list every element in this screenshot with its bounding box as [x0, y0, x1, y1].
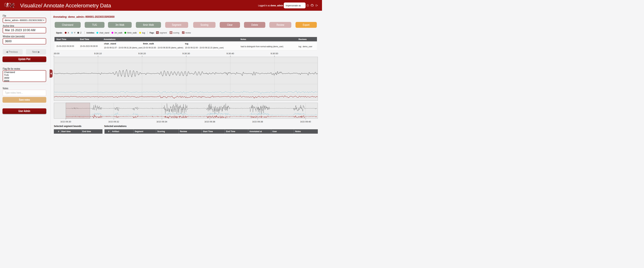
svg-text:?: ?	[307, 4, 308, 6]
